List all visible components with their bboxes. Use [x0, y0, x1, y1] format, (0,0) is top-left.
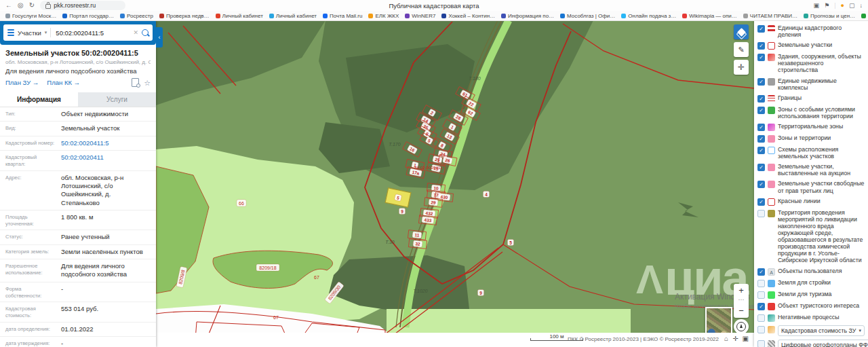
plan-kk-link[interactable]: План КК →	[47, 79, 80, 86]
bookmark-flag-icon[interactable]: ⚑	[824, 2, 829, 9]
compass-button[interactable]	[734, 319, 749, 334]
bookmark-item[interactable]: Госуслуги Моск…	[5, 13, 56, 19]
layer-checkbox[interactable]: ✓	[757, 107, 765, 114]
extension-icon[interactable]: ◎	[18, 2, 24, 9]
search-category-select[interactable]: Участки	[18, 29, 41, 37]
parcel[interactable]: 9	[399, 208, 405, 215]
download-icon[interactable]: ↓	[860, 2, 863, 9]
refresh-icon[interactable]: ↻	[29, 2, 35, 9]
bookmark-item[interactable]: Личный кабинет	[216, 13, 263, 19]
bookmark-item[interactable]: Росреестр	[120, 13, 153, 19]
detail-value: 01.01.2022	[61, 325, 151, 333]
layer-checkbox[interactable]: ✓	[757, 303, 765, 310]
bookmark-item[interactable]: WinNER7	[405, 13, 435, 19]
bookmark-item[interactable]: Почта Mail.ru	[323, 13, 362, 19]
layer-checkbox[interactable]: ✓	[757, 164, 765, 171]
detail-value: Для ведения личного подсобного хозяйства	[61, 262, 151, 279]
layer-checkbox[interactable]	[757, 314, 765, 322]
layer-checkbox[interactable]: ✓	[757, 135, 765, 143]
screenshot-icon[interactable]: ▣	[743, 335, 749, 342]
notification-dot-icon[interactable]: ●	[841, 2, 844, 9]
layer-row: ✓Схемы расположения земельных участков	[757, 146, 865, 160]
layer-checkbox[interactable]	[757, 280, 765, 287]
layer-checkbox[interactable]	[757, 340, 765, 347]
map-label-cadastral: 66	[237, 200, 246, 206]
bookmark-item[interactable]: Портал государ…	[62, 13, 114, 19]
layer-checkbox[interactable]: ✓	[757, 95, 765, 103]
layer-label: Границы	[778, 94, 802, 101]
layer-checkbox[interactable]: ✓	[757, 25, 765, 33]
svg-text:433: 433	[424, 217, 432, 223]
detail-row: Площадь уточненная:1 800 кв. м	[0, 211, 156, 231]
layer-row: Кадастровая стоимость ЗУ▾	[757, 325, 865, 336]
bookmarks-bar: Госуслуги Моск…Портал государ…РосреестрП…	[0, 11, 868, 20]
bookmark-item[interactable]: Онлайн подача з…	[621, 13, 676, 19]
layer-checkbox[interactable]	[757, 210, 765, 217]
search-icon[interactable]	[142, 29, 149, 36]
detail-value-link[interactable]: 50:02:0020411:5	[61, 139, 151, 147]
layers-list: ✓Единицы кадастрового деления✓Земельные …	[757, 24, 865, 347]
parcel[interactable]: 5	[507, 240, 513, 246]
bookmark-item[interactable]: ЕЛК ЖКХ	[368, 13, 399, 19]
layer-checkbox[interactable]: ✓	[757, 198, 765, 206]
detail-value-link[interactable]: 50:02:0020411	[61, 153, 151, 168]
detail-row: Разрешенное использование:Для ведения ли…	[0, 259, 156, 282]
parcel[interactable]: 9	[477, 290, 484, 296]
favorite-star-icon[interactable]: ☆	[144, 79, 151, 86]
address-bar[interactable]: pkk.rosreestr.ru	[40, 1, 125, 10]
bookmark-item[interactable]: Информация по…	[501, 13, 554, 19]
svg-text:Т.170: Т.170	[389, 142, 400, 147]
layer-select[interactable]: Кадастровая стоимость ЗУ▾	[778, 325, 865, 336]
parcel[interactable]: 4	[483, 191, 489, 198]
shield-icon[interactable]: ▣	[814, 2, 820, 9]
page-title: Публичная кадастровая карта	[0, 2, 868, 10]
measure-button[interactable]: ✎	[734, 42, 749, 57]
tab-information[interactable]: Информация	[0, 92, 78, 107]
layer-checkbox[interactable]: ✓	[757, 124, 765, 131]
zoom-in-button[interactable]: +	[734, 284, 749, 297]
map-canvas[interactable]: 61226228214135613516824252611517а1017430…	[156, 20, 754, 347]
plan-zu-link[interactable]: План ЗУ →	[5, 79, 39, 86]
plus-star-icon: ✛	[738, 62, 745, 72]
layer-checkbox[interactable]: ✓	[757, 147, 765, 154]
layer-checkbox[interactable]: ✓	[757, 268, 765, 276]
layer-checkbox[interactable]: ✓	[757, 54, 765, 61]
bookmark-item[interactable]: Мособлгаз | Офи…	[560, 13, 615, 19]
svg-text:67: 67	[314, 275, 319, 280]
layer-checkbox[interactable]	[757, 326, 765, 333]
layer-checkbox[interactable]: ✓	[757, 78, 765, 86]
profile-icon[interactable]: ▢	[849, 2, 855, 9]
bookmark-item[interactable]: Wikimapia — опи…	[682, 13, 737, 19]
chevron-down-icon[interactable]: ▾	[45, 30, 47, 35]
crosshair-icon[interactable]: ✛	[732, 335, 738, 342]
search-input[interactable]	[54, 29, 130, 37]
detail-value: -	[61, 340, 151, 347]
zoom-options-button[interactable]: ···	[734, 297, 749, 304]
tools-button[interactable]: ✛	[734, 60, 749, 75]
bookmark-item[interactable]: Хоккей – Контин…	[441, 13, 495, 19]
panel-tabs: Информация Услуги	[0, 92, 156, 107]
bookmark-item[interactable]: Сбербанк Онлайн	[861, 13, 868, 19]
document-search-icon[interactable]	[132, 78, 139, 87]
zoom-out-button[interactable]: −	[734, 304, 749, 318]
menu-icon[interactable]	[7, 29, 14, 36]
bookmark-favicon	[682, 14, 687, 18]
tab-services[interactable]: Услуги	[78, 92, 156, 107]
bookmark-item[interactable]: ЧИТАЕМ ПРАВИ…	[743, 13, 797, 19]
layers-button[interactable]	[734, 24, 749, 39]
layer-checkbox[interactable]: ✓	[757, 181, 765, 188]
layer-row: Негативные процессы	[757, 314, 865, 322]
clear-search-icon[interactable]: ✕	[133, 29, 138, 36]
back-icon[interactable]: ←	[5, 2, 12, 9]
bookmark-item[interactable]: Проверка недв…	[159, 13, 210, 19]
layers-icon	[736, 29, 747, 39]
bookmark-item[interactable]: Личный кабинет	[269, 13, 317, 19]
layer-checkbox[interactable]: ✓	[757, 42, 765, 50]
layer-label: Зоны и территории	[778, 134, 831, 141]
home-icon[interactable]: ⌂	[724, 335, 728, 342]
layer-checkbox[interactable]	[757, 291, 765, 299]
bookmark-item[interactable]: Прогнозы и цен…	[804, 13, 855, 19]
layer-select[interactable]: Цифровые ортофотопланы ФФ…▾	[778, 340, 868, 347]
collapse-panel-button[interactable]: ‹	[156, 27, 163, 48]
svg-text:5: 5	[509, 240, 512, 245]
